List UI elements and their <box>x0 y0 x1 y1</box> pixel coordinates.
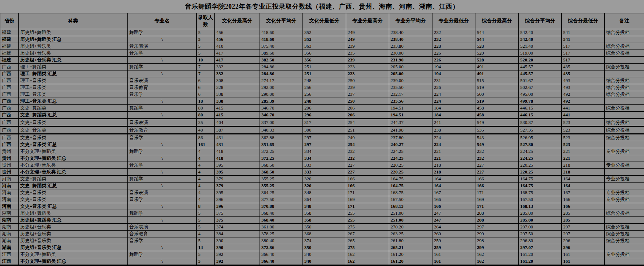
cell-major-name: 舞蹈学 <box>128 148 197 155</box>
cell-province: 河南 <box>0 183 19 189</box>
cell-category: 文史+音乐类 <box>19 189 128 196</box>
cell-major-score-avg: 220.25 <box>389 169 432 176</box>
cell-major-score-min: 194 <box>432 70 475 77</box>
cell-major-score-avg: 238.40 <box>389 36 432 43</box>
cell-remark: 综合分投档 <box>605 210 644 217</box>
cell-province: 广西 <box>0 119 19 126</box>
cell-category: 文史+舞蹈类 <box>19 176 128 183</box>
cell-admit-count: 7 <box>197 70 215 77</box>
cell-major-name: 舞蹈学 <box>128 210 197 217</box>
cell-culture-min: 296 <box>303 112 346 119</box>
cell-major-score-max: 162 <box>346 251 389 258</box>
cell-remark: 综合分投档 <box>605 77 644 84</box>
cell-province: 广西 <box>0 141 19 148</box>
column-header-major-name: 专业名 <box>128 13 197 29</box>
cell-province: 河南 <box>0 196 19 203</box>
cell-composite-max: 520 <box>475 50 519 57</box>
cell-major-score-avg: 168.13 <box>389 203 432 210</box>
cell-province: 广西 <box>0 134 19 141</box>
cell-remark: 专业分投档 <box>605 196 644 203</box>
cell-composite-min: 523 <box>562 119 605 126</box>
cell-culture-avg: 372.86 <box>260 244 303 251</box>
cell-province: 福建 <box>0 50 19 57</box>
cell-remark: 综合分投档 <box>605 64 644 70</box>
cell-culture-min: 297 <box>303 134 346 141</box>
column-header-culture-min: 文化分最低分 <box>303 13 346 29</box>
cell-category: 历史组+舞蹈类 汇总 <box>19 36 128 43</box>
cell-remark: 综合分投档 <box>605 29 644 36</box>
cell-composite-avg: 297.50 <box>519 231 562 237</box>
cell-province: 湖南 <box>0 224 19 231</box>
cell-culture-min: 348 <box>303 203 346 210</box>
cell-composite-max: 528 <box>475 43 519 50</box>
cell-composite-max: 297 <box>475 224 519 231</box>
cell-major-score-avg: 235.56 <box>389 98 432 105</box>
cell-major-score-min: 167 <box>432 189 475 196</box>
cell-culture-min: 320 <box>303 176 346 183</box>
cell-major-score-min: 194 <box>432 64 475 70</box>
cell-major-score-min: 238 <box>432 126 475 134</box>
column-header-category: 科类 <box>19 13 128 29</box>
cell-major-score-max: 162 <box>346 258 389 266</box>
cell-culture-min: 348 <box>303 189 346 196</box>
cell-major-name: \ <box>128 244 197 251</box>
cell-major-score-avg: 220.25 <box>389 162 432 169</box>
summary-row: 福建历史组+音乐类 汇总\10417382.50356239231.902265… <box>0 57 644 64</box>
cell-admit-count: 4 <box>197 196 215 203</box>
cell-category: 文史+音乐类 汇总 <box>19 141 128 148</box>
cell-province: 福建 <box>0 57 19 64</box>
cell-major-name: 音乐教育 <box>128 84 197 91</box>
table-row: 福建历史组+舞蹈类舞蹈学5456418.60352249238.40232544… <box>0 29 644 36</box>
cell-major-name: 音乐表演 <box>128 43 197 50</box>
table-row: 贵州不分文理+舞蹈类舞蹈学4418372.25334232224.2522123… <box>0 148 644 155</box>
cell-category: 历史组+舞蹈类 <box>19 210 128 217</box>
cell-remark <box>605 155 644 162</box>
cell-culture-avg: 285.39 <box>260 98 303 105</box>
cell-major-score-avg: 231.90 <box>389 57 432 64</box>
cell-composite-avg: 220.25 <box>519 169 562 176</box>
cell-category: 历史组+舞蹈类 <box>19 29 128 36</box>
cell-culture-min: 340 <box>303 258 346 266</box>
cell-culture-avg: 380.40 <box>260 237 303 244</box>
cell-major-name: \ <box>128 70 197 77</box>
cell-culture-min: 350 <box>303 244 346 251</box>
table-row: 广西理工+音乐类音乐学6338290.00256237232.172245004… <box>0 91 644 98</box>
cell-culture-max: 375 <box>215 217 260 224</box>
table-row: 河南文史+舞蹈类舞蹈学4379355.25320166164.751641661… <box>0 176 644 183</box>
cell-composite-max: 458 <box>475 105 519 112</box>
cell-admit-count: 5 <box>197 43 215 50</box>
cell-composite-min: 517 <box>562 57 605 64</box>
cell-major-score-max: 227 <box>346 169 389 176</box>
cell-major-score-min: 221 <box>432 155 475 162</box>
cell-composite-avg: 521.40 <box>519 43 562 50</box>
cell-culture-max: 392 <box>215 251 260 258</box>
cell-composite-min: 435 <box>562 64 605 70</box>
cell-composite-max: 171 <box>475 203 519 210</box>
cell-culture-avg: 378.25 <box>260 231 303 237</box>
cell-province: 广西 <box>0 77 19 84</box>
cell-composite-max: 171 <box>475 189 519 196</box>
cell-culture-avg: 366.40 <box>260 251 303 258</box>
cell-major-score-avg: 161.20 <box>389 258 432 266</box>
cell-composite-min: 218 <box>562 169 605 176</box>
cell-composite-avg: 527.80 <box>519 141 562 148</box>
cell-major-name: \ <box>128 203 197 210</box>
summary-row: 广西文史+舞蹈类 汇总\80415346.70296206194.5118445… <box>0 112 644 119</box>
column-header-admit-count: 录取人数 <box>197 13 215 29</box>
cell-culture-max: 332 <box>215 70 260 77</box>
cell-province: 广西 <box>0 64 19 70</box>
cell-culture-avg: 292.00 <box>260 84 303 91</box>
cell-culture-max: 392 <box>215 258 260 266</box>
cell-composite-max: 232 <box>475 148 519 155</box>
cell-major-name: \ <box>128 57 197 64</box>
cell-remark: 专业分投档 <box>605 189 644 196</box>
table-row: 广西文史+舞蹈类舞蹈学80415346.70296206194.51184458… <box>0 105 644 112</box>
cell-major-score-avg: 194.51 <box>389 105 432 112</box>
cell-major-name: \ <box>128 155 197 162</box>
summary-row: 湖南历史组+舞蹈类 汇总\5375368.40358255251.0024728… <box>0 217 644 224</box>
cell-composite-avg: 220.25 <box>519 162 562 169</box>
cell-remark: 综合分投档 <box>605 237 644 244</box>
cell-major-score-max: 171 <box>346 203 389 210</box>
cell-category: 理工+音乐类 <box>19 91 128 98</box>
cell-admit-count: 80 <box>197 112 215 119</box>
